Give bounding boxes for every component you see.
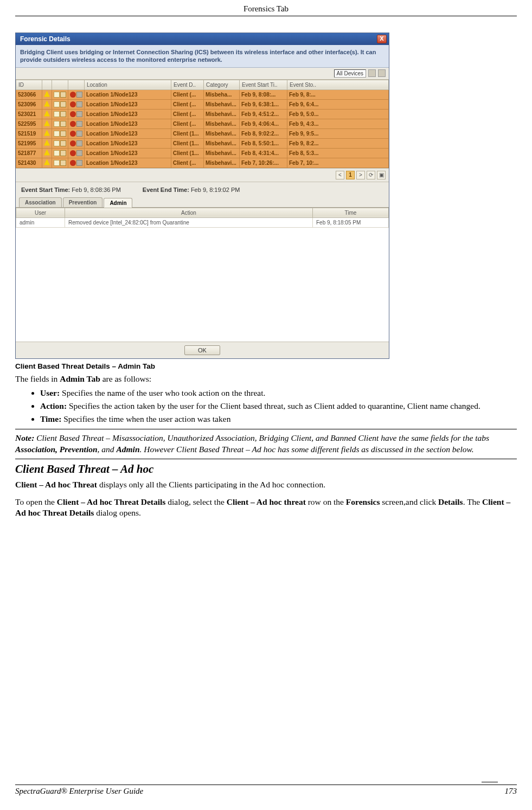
col-flag1[interactable] (42, 80, 52, 89)
note-bold: Admin (116, 445, 139, 454)
admin-col-time[interactable]: Time (313, 208, 389, 217)
lock-icon (60, 121, 66, 127)
status-icon (54, 101, 60, 107)
status-icon (54, 140, 60, 146)
device-icon (76, 150, 82, 156)
intro-text: The fields in (15, 374, 60, 383)
pager-prev-icon[interactable]: < (336, 171, 344, 179)
p2-b3: Forensics (346, 497, 380, 506)
dialog-title: Forensic Details (20, 35, 70, 43)
pager-more-icon[interactable]: ⟳ (367, 171, 375, 179)
pager-export-icon[interactable]: ▣ (377, 171, 386, 179)
stop-icon (70, 150, 76, 156)
warning-icon (44, 130, 50, 136)
events-table: ID Location Event D.. Category Event Sta… (16, 80, 389, 168)
col-stop[interactable]: Event Sto.. (287, 80, 389, 89)
col-flag3[interactable] (68, 80, 85, 89)
device-filter-select[interactable]: All Devices (334, 69, 366, 78)
warning-icon (44, 140, 50, 146)
p2-d: row on the (306, 497, 346, 506)
status-icon (54, 92, 60, 98)
field-label: User: (40, 388, 60, 397)
device-icon (76, 111, 82, 117)
filter-row: All Devices (16, 68, 389, 80)
event-time-row: Event Start Time: Feb 9, 8:08:36 PM Even… (16, 182, 389, 197)
field-text: Specifies the name of the user who took … (60, 388, 265, 397)
admin-time: Feb 9, 8:18:05 PM (313, 217, 389, 227)
col-event[interactable]: Event D.. (171, 80, 204, 89)
dialog-description: Bridging Client uses bridging or Interne… (16, 45, 389, 68)
status-icon (54, 150, 60, 156)
admin-user: admin (16, 217, 65, 227)
table-row[interactable]: 521519Location 1/Node123Client (1...Misb… (16, 128, 389, 138)
status-icon (54, 121, 60, 127)
table-row[interactable]: 521430Location 1/Node123Client (...Misbe… (16, 158, 389, 168)
table-row[interactable]: 521995Location 1/Node123Client (1...Misb… (16, 138, 389, 148)
table-row[interactable]: 523096Location 1/Node123Client (...Misbe… (16, 99, 389, 109)
divider (15, 429, 517, 429)
status-icon (54, 111, 60, 117)
page-footer: SpectraGuard® Enterprise User Guide 173 (15, 785, 517, 796)
table-row[interactable]: 522595Location 1/Node123Client (...Misbe… (16, 119, 389, 128)
note-body: Client Based Threat – Misassociation, Un… (34, 433, 489, 442)
warning-icon (44, 120, 50, 126)
admin-col-action[interactable]: Action (65, 208, 313, 217)
end-time-label: Event End Time: (143, 187, 189, 193)
stop-icon (70, 121, 76, 127)
end-time-value: Feb 9, 8:19:02 PM (191, 187, 240, 193)
footer-page-number: 173 (505, 787, 517, 796)
dialog-titlebar: Forensic Details X (16, 33, 389, 45)
tab-prevention[interactable]: Prevention (63, 197, 103, 207)
tab-association[interactable]: Association (19, 197, 62, 207)
table-row[interactable]: 523021Location 1/Node123Client (...Misbe… (16, 109, 389, 119)
list-item: Action: Specifies the action taken by th… (40, 401, 517, 412)
section-heading: Client Based Threat – Ad hoc (15, 462, 517, 476)
col-start[interactable]: Event Start Ti.. (240, 80, 287, 89)
start-time-value: Feb 9, 8:08:36 PM (72, 187, 121, 193)
device-icon (76, 140, 82, 146)
col-flag2[interactable] (52, 80, 68, 89)
pager-next-icon[interactable]: > (356, 171, 365, 179)
warning-icon (44, 111, 50, 117)
note-mid: , and (98, 445, 117, 454)
detail-tabs: Association Prevention Admin (16, 197, 389, 208)
lock-icon (60, 160, 66, 166)
adhoc-p2: To open the Client – Ad hoc Threat Detai… (15, 497, 517, 518)
stop-icon (70, 111, 76, 117)
lock-icon (60, 101, 66, 107)
pager-current[interactable]: 1 (346, 171, 355, 179)
field-list: User: Specifies the name of the user who… (40, 388, 517, 425)
col-location[interactable]: Location (85, 80, 171, 89)
stop-icon (70, 160, 76, 166)
status-icon (54, 160, 60, 166)
stop-icon (70, 140, 76, 146)
p2-g: dialog opens. (94, 508, 141, 517)
table-row[interactable]: 521877Location 1/Node123Client (1...Misb… (16, 148, 389, 158)
admin-col-user[interactable]: User (16, 208, 65, 217)
forensic-details-dialog: Forensic Details X Bridging Client uses … (15, 33, 389, 359)
status-icon (54, 131, 60, 137)
dialog-button-row: OK (16, 342, 389, 358)
filter-icon[interactable] (368, 69, 376, 77)
admin-row[interactable]: admin Removed device [Intel_24:82:0C] fr… (16, 217, 389, 227)
footer-title: SpectraGuard® Enterprise User Guide (15, 787, 143, 796)
refresh-icon[interactable] (378, 69, 386, 77)
p2-b1: Client – Ad hoc Threat Details (57, 497, 166, 506)
divider (15, 459, 517, 459)
stop-icon (70, 101, 76, 107)
col-id[interactable]: ID (16, 80, 42, 89)
start-time-label: Event Start Time: (21, 187, 70, 193)
tab-admin[interactable]: Admin (104, 198, 132, 208)
figure-caption: Client Based Threat Details – Admin Tab (15, 362, 517, 370)
lock-icon (60, 140, 66, 146)
lock-icon (60, 150, 66, 156)
field-label: Time: (40, 414, 61, 423)
list-item: Time: Specifies the time when the user a… (40, 414, 517, 425)
ok-button[interactable]: OK (184, 345, 220, 355)
adhoc-p1: Client – Ad hoc Threat displays only all… (15, 479, 517, 490)
table-row[interactable]: 523066Location 1/Node123Client (...Misbe… (16, 89, 389, 99)
p1-bold: Client – Ad hoc Threat (15, 480, 97, 489)
col-category[interactable]: Category (204, 80, 240, 89)
warning-icon (44, 159, 50, 165)
close-icon[interactable]: X (377, 35, 387, 43)
